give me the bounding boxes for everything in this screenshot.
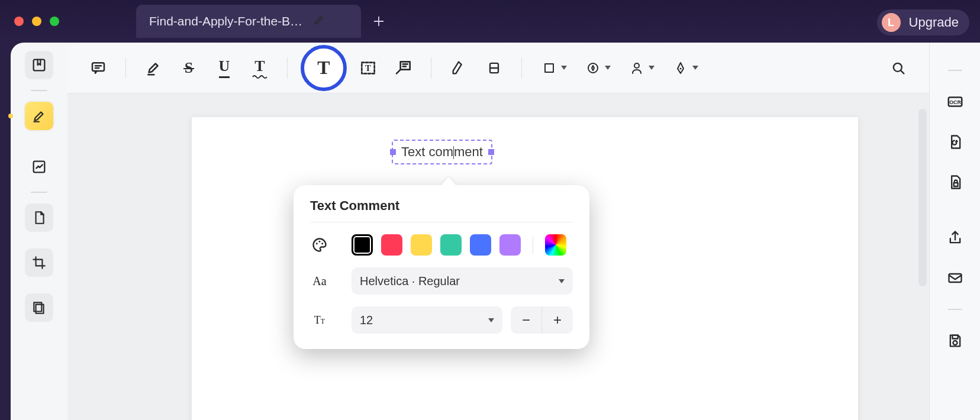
color-custom[interactable] (545, 234, 566, 256)
sidebar-separator (948, 70, 962, 71)
sidebar-separator (948, 309, 962, 310)
color-purple[interactable] (499, 234, 521, 256)
center-column: S U T T T (67, 43, 929, 420)
font-row: Aa Helvetica · Regular (310, 267, 573, 295)
text-comment-value: Text comment (401, 144, 483, 159)
svg-rect-21 (952, 335, 958, 339)
text-cursor (453, 146, 454, 159)
popover-title: Text Comment (310, 198, 573, 222)
underline-tool-button[interactable]: U (210, 54, 238, 82)
mail-button[interactable] (941, 264, 969, 292)
app-frame: S U T T T (11, 43, 980, 420)
maximize-window-button[interactable] (50, 17, 59, 26)
chevron-down-icon (559, 279, 565, 283)
sidebar-separator (31, 192, 47, 193)
font-size-decrease[interactable]: − (511, 306, 541, 334)
svg-point-22 (953, 341, 957, 345)
svg-text:OCR: OCR (949, 99, 961, 105)
account-area: L Upgrade (877, 9, 969, 35)
sidebar-pages[interactable] (25, 293, 53, 322)
format-toolbar: S U T T T (67, 43, 929, 93)
svg-rect-4 (92, 63, 104, 71)
textbox-tool-button[interactable]: T (354, 54, 382, 82)
document-tab[interactable]: Find-and-Apply-For-the-B… (136, 5, 361, 38)
svg-point-10 (588, 63, 598, 73)
eraser-tool-button[interactable] (480, 54, 508, 82)
chevron-down-icon (605, 66, 611, 70)
toolbar-divider (431, 57, 431, 79)
sidebar-right: OCR (929, 43, 980, 420)
font-icon: Aa (310, 274, 329, 288)
font-size-select[interactable]: 12 (352, 306, 502, 334)
ink-sign-tool-button[interactable] (666, 54, 703, 82)
svg-point-15 (318, 241, 320, 243)
new-tab-button[interactable] (365, 7, 393, 35)
comment-tool-button[interactable] (84, 54, 112, 82)
ocr-button[interactable]: OCR (941, 88, 969, 116)
svg-rect-20 (949, 274, 961, 282)
svg-point-12 (680, 67, 682, 69)
save-button[interactable] (941, 327, 969, 355)
swatch-separator (533, 236, 533, 254)
sidebar-bookmarks[interactable] (25, 51, 53, 79)
avatar-initial: L (888, 17, 894, 29)
text-comment-popover: Text Comment A (294, 185, 589, 349)
font-size-increase[interactable]: + (542, 306, 573, 334)
palette-icon (310, 237, 329, 253)
font-size-stepper: − + (511, 306, 573, 334)
search-button[interactable] (884, 54, 913, 82)
document-viewport[interactable]: Text comment Text Comment (67, 93, 929, 420)
avatar[interactable]: L (882, 13, 901, 32)
document-tab-title: Find-and-Apply-For-the-B… (149, 14, 302, 28)
color-teal[interactable] (440, 234, 462, 256)
share-button[interactable] (941, 224, 969, 252)
font-size-icon: TT (310, 314, 329, 327)
font-select[interactable]: Helvetica · Regular (352, 267, 573, 295)
resize-handle-left[interactable] (390, 149, 396, 155)
highlight-tool-button[interactable] (139, 54, 167, 82)
sidebar-crop[interactable] (25, 248, 53, 277)
sidebar-highlight[interactable] (25, 102, 53, 130)
shape-tool-button[interactable] (535, 54, 572, 82)
font-select-label: Helvetica · Regular (360, 274, 460, 288)
svg-point-11 (634, 63, 639, 68)
toolbar-divider (125, 57, 126, 79)
toolbar-divider (287, 57, 288, 79)
svg-text:T: T (365, 63, 371, 73)
sidebar-page-edit[interactable] (25, 203, 53, 232)
chevron-down-icon (649, 66, 655, 70)
text-comment-tool-button[interactable]: T (301, 45, 347, 91)
upgrade-button[interactable]: Upgrade (909, 15, 959, 30)
svg-point-14 (316, 243, 318, 244)
sidebar-separator (31, 90, 47, 91)
sidebar-freehand[interactable] (25, 153, 53, 181)
svg-rect-0 (34, 60, 45, 71)
rename-tab-icon[interactable] (313, 14, 325, 29)
minimize-window-button[interactable] (32, 17, 41, 26)
strikethrough-tool-button[interactable]: S (175, 54, 203, 82)
font-size-value: 12 (360, 314, 373, 327)
chevron-down-icon (488, 318, 494, 322)
color-black[interactable] (352, 234, 373, 256)
svg-rect-9 (545, 64, 553, 72)
signature-tool-button[interactable] (623, 54, 659, 82)
close-window-button[interactable] (14, 17, 24, 26)
color-red[interactable] (381, 234, 402, 256)
protect-button[interactable] (941, 168, 969, 196)
pencil-tool-button[interactable] (444, 54, 473, 82)
chevron-down-icon (561, 66, 567, 70)
convert-button[interactable] (941, 128, 969, 156)
callout-tool-button[interactable] (389, 54, 418, 82)
color-blue[interactable] (470, 234, 491, 256)
squiggly-tool-button[interactable]: T (246, 54, 274, 82)
color-yellow[interactable] (411, 234, 432, 256)
vertical-scrollbar[interactable] (918, 109, 927, 286)
titlebar: Find-and-Apply-For-the-B… L Upgrade (0, 0, 980, 43)
sidebar-left (11, 43, 67, 420)
stamp-tool-button[interactable] (579, 54, 615, 82)
resize-handle-right[interactable] (488, 149, 494, 155)
text-comment-annotation[interactable]: Text comment (392, 140, 492, 164)
svg-point-13 (894, 63, 902, 71)
chevron-down-icon (692, 66, 698, 70)
window-controls (14, 17, 59, 26)
